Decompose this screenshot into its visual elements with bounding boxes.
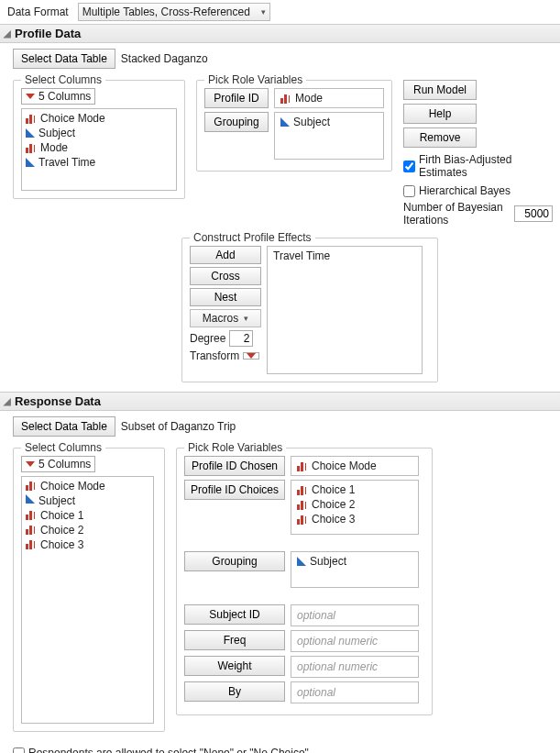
hbayes-checkbox[interactable] (403, 185, 415, 197)
none-choice-label: Respondents are allowed to select "None"… (28, 747, 309, 753)
profile-id-chosen-drop[interactable]: Choice Mode (291, 456, 419, 476)
profile-id-drop[interactable]: Mode (274, 88, 384, 108)
by-drop[interactable]: optional (291, 681, 419, 703)
profile-id-choices-drop[interactable]: Choice 1 Choice 2 Choice 3 (291, 480, 419, 535)
red-down-icon (26, 461, 35, 467)
continuous-icon (26, 494, 35, 504)
subject-id-button[interactable]: Subject ID (184, 604, 285, 625)
grouping-button[interactable]: Grouping (204, 112, 269, 132)
data-format-select[interactable]: Multiple Tables, Cross-Referenced ▾ (78, 3, 270, 21)
bayes-iter-label: Number of Bayesian Iterations (403, 201, 509, 227)
selected-table-name: Stacked Daganzo (121, 52, 208, 65)
nominal-icon (297, 514, 308, 525)
nominal-icon (26, 113, 37, 124)
transform-label: Transform (190, 349, 239, 362)
nominal-icon (297, 484, 308, 495)
help-button[interactable]: Help (403, 104, 477, 124)
chevron-down-icon: ▾ (244, 314, 248, 323)
list-item[interactable]: Choice 3 (22, 537, 153, 552)
response-data-header[interactable]: ◢ Response Data (0, 392, 560, 411)
effects-add-button[interactable]: Add (190, 246, 261, 264)
profile-columns-list[interactable]: Choice Mode Subject Mode Travel Time (21, 108, 177, 191)
subject-id-drop[interactable]: optional (291, 604, 419, 626)
pick-roles-legend-response: Pick Role Variables (184, 441, 286, 454)
grouping-button-response[interactable]: Grouping (184, 551, 285, 571)
response-columns-list[interactable]: Choice Mode Subject Choice 1 Choice 2 Ch… (21, 476, 154, 724)
profile-data-title: Profile Data (15, 27, 81, 40)
list-item[interactable]: Choice 1 (22, 508, 153, 523)
nominal-icon (280, 93, 291, 104)
disclosure-icon: ◢ (4, 28, 11, 39)
list-item[interactable]: Choice 2 (22, 523, 153, 537)
transform-menu[interactable] (243, 352, 259, 360)
list-item[interactable]: Choice Mode (22, 479, 153, 493)
selected-table-name-response: Subset of Daganzo Trip (121, 420, 236, 433)
nominal-icon (26, 538, 37, 549)
continuous-icon (26, 158, 35, 167)
columns-menu-response[interactable]: 5 Columns (21, 456, 95, 472)
nominal-icon (297, 499, 308, 510)
columns-count-label: 5 Columns (38, 90, 91, 103)
run-model-button[interactable]: Run Model (403, 80, 477, 100)
nominal-icon (26, 509, 37, 520)
degree-label: Degree (190, 332, 225, 345)
list-item[interactable]: Subject (22, 126, 176, 140)
columns-menu[interactable]: 5 Columns (21, 88, 95, 105)
profile-id-choices-button[interactable]: Profile ID Choices (184, 480, 285, 500)
remove-button[interactable]: Remove (403, 127, 477, 148)
red-down-icon (26, 94, 35, 99)
response-data-title: Response Data (15, 394, 101, 408)
grouping-drop-response[interactable]: Subject (291, 551, 419, 588)
continuous-icon (280, 117, 290, 127)
data-format-value: Multiple Tables, Cross-Referenced (82, 6, 250, 18)
list-item[interactable]: Choice Mode (22, 111, 176, 126)
list-item[interactable]: Travel Time (22, 155, 176, 170)
freq-drop[interactable]: optional numeric (291, 630, 419, 652)
profile-id-chosen-button[interactable]: Profile ID Chosen (184, 456, 285, 476)
select-data-table-button[interactable]: Select Data Table (13, 49, 115, 69)
nominal-icon (297, 460, 308, 471)
pick-roles-legend: Pick Role Variables (204, 73, 306, 86)
data-format-label: Data Format (4, 4, 72, 20)
profile-data-header[interactable]: ◢ Profile Data (0, 24, 560, 43)
firth-label: Firth Bias-Adjusted Estimates (419, 153, 553, 179)
degree-input[interactable] (229, 330, 253, 347)
chevron-down-icon: ▾ (261, 7, 266, 17)
effects-macros-menu[interactable]: Macros ▾ (190, 309, 261, 327)
list-item[interactable]: Mode (22, 140, 176, 155)
red-down-icon (247, 353, 256, 359)
grouping-drop[interactable]: Subject (274, 112, 384, 160)
effects-list[interactable]: Travel Time (267, 246, 423, 374)
select-data-table-button-response[interactable]: Select Data Table (13, 416, 115, 437)
effects-nest-button[interactable]: Nest (190, 288, 261, 306)
nominal-icon (26, 524, 37, 535)
firth-checkbox[interactable] (403, 161, 415, 172)
bayes-iter-input[interactable] (514, 205, 553, 222)
list-item[interactable]: Travel Time (269, 249, 420, 263)
continuous-icon (297, 557, 306, 566)
weight-drop[interactable]: optional numeric (291, 656, 419, 678)
nominal-icon (26, 142, 37, 153)
freq-button[interactable]: Freq (184, 630, 285, 650)
list-item[interactable]: Subject (22, 493, 153, 508)
continuous-icon (26, 128, 35, 138)
effects-legend: Construct Profile Effects (190, 231, 315, 244)
profile-id-button[interactable]: Profile ID (204, 88, 269, 108)
effects-cross-button[interactable]: Cross (190, 267, 261, 285)
select-columns-legend: Select Columns (21, 73, 105, 86)
none-choice-checkbox[interactable] (13, 747, 25, 754)
columns-count-label-response: 5 Columns (38, 458, 91, 471)
nominal-icon (26, 480, 37, 491)
disclosure-icon: ◢ (4, 396, 11, 406)
hbayes-label: Hierarchical Bayes (419, 184, 511, 197)
weight-button[interactable]: Weight (184, 656, 285, 676)
by-button[interactable]: By (184, 681, 285, 702)
select-columns-legend-response: Select Columns (21, 441, 105, 454)
